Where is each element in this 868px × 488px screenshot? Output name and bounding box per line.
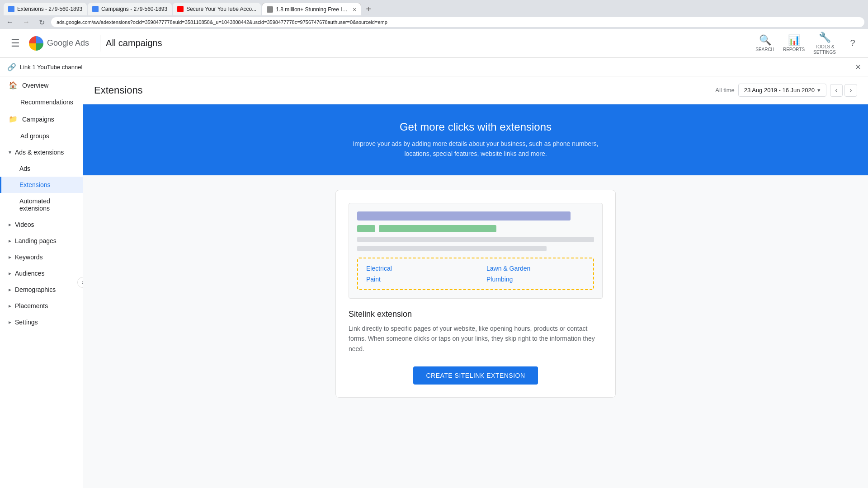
sidebar-label-extensions: Extensions [19,181,50,188]
sidebar-label-campaigns: Campaigns [22,116,54,123]
new-tab-button[interactable]: + [362,3,375,15]
sidebar-item-ads[interactable]: Ads [0,160,83,177]
content-header: Extensions All time 23 Aug 2019 - 16 Jun… [83,76,868,104]
chevron-right-icon-videos: ▸ [9,221,11,228]
help-button[interactable]: ? [844,35,861,52]
nav-arrows: ‹ › [830,84,857,97]
reload-button[interactable]: ↻ [36,17,47,28]
sidebar-item-recommendations[interactable]: Recommendations [0,94,83,110]
chevron-right-icon-audiences: ▸ [9,270,11,277]
sidebar-group-audiences[interactable]: ▸ Audiences [0,265,83,282]
app-name: Google Ads [47,38,89,48]
chevron-right-icon-placements: ▸ [9,303,11,309]
tools-settings-btn[interactable]: 🔧 TOOLS & SETTINGS [808,30,841,57]
date-range-value: 23 Aug 2019 - 16 Jun 2020 [744,87,815,94]
tab-close-4[interactable]: × [353,6,356,13]
sidebar-group-keywords[interactable]: ▸ Keywords [0,249,83,265]
tab-3[interactable]: Secure Your YouTube Acco... [173,3,261,15]
sidebar-item-automated-extensions[interactable]: Automated extensions [0,193,83,216]
all-time-label: All time [715,87,735,94]
chevron-right-icon-demographics: ▸ [9,286,11,293]
forward-button[interactable]: → [20,17,33,27]
reports-btn[interactable]: 📊 REPORTS [779,30,808,57]
ad-preview: Electrical Lawn & Garden Paint Plumbing [349,203,603,299]
tab-bar: Extensions - 279-560-1893 Campaigns - 27… [0,0,868,15]
ad-bar-url-small [357,225,375,232]
sidebar-label-ads-extensions: Ads & extensions [15,149,64,156]
sidebar-item-extensions[interactable]: Extensions [0,177,83,193]
ad-bar-desc2 [357,246,547,251]
sidebar-item-campaigns[interactable]: 📁 Campaigns [0,110,83,128]
tab-favicon-4 [267,6,273,13]
sitelink-1[interactable]: Electrical [366,265,465,272]
sidebar-group-demographics[interactable]: ▸ Demographics [0,282,83,298]
header-icons: 🔍 SEARCH 📊 REPORTS 🔧 TOOLS & SETTINGS ? [750,30,861,57]
content-area: Extensions All time 23 Aug 2019 - 16 Jun… [83,76,868,488]
sitelink-4[interactable]: Plumbing [486,276,585,283]
ad-bar-url-row [357,225,594,232]
prev-period-button[interactable]: ‹ [830,84,843,97]
date-range-control: All time 23 Aug 2019 - 16 Jun 2020 ▾ ‹ › [715,84,857,97]
main-layout: 🏠 Overview Recommendations 📁 Campaigns A… [0,76,868,488]
next-period-button[interactable]: › [844,84,857,97]
sidebar: 🏠 Overview Recommendations 📁 Campaigns A… [0,76,83,488]
search-label: SEARCH [755,47,774,52]
sidebar-label-settings: Settings [15,319,38,326]
promo-banner: Get more clicks with extensions Improve … [83,104,868,175]
page-title: Extensions [94,84,143,96]
chevron-right-icon-landing: ▸ [9,238,11,244]
sidebar-label-overview: Overview [22,82,48,89]
tab-label-3: Secure Your YouTube Acco... [186,6,256,12]
sidebar-group-videos[interactable]: ▸ Videos [0,216,83,233]
sidebar-label-landing-pages: Landing pages [15,237,57,244]
sidebar-item-overview[interactable]: 🏠 Overview [0,76,83,94]
tools-label: TOOLS & SETTINGS [808,44,841,55]
sidebar-group-landing-pages[interactable]: ▸ Landing pages [0,233,83,249]
notification-close[interactable]: × [855,62,861,71]
extension-description: Link directly to specific pages of your … [349,324,603,354]
ad-bar-url-main [379,225,496,232]
overview-icon: 🏠 [9,81,18,89]
sidebar-label-audiences: Audiences [15,270,44,277]
ad-bar-desc1 [357,237,594,242]
date-range-button[interactable]: 23 Aug 2019 - 16 Jun 2020 ▾ [738,84,826,97]
sidebar-item-ad-groups[interactable]: Ad groups [0,128,83,144]
tab-4[interactable]: 1.8 million+ Stunning Free Im... × [262,3,361,15]
sidebar-label-videos: Videos [15,221,34,228]
sidebar-label-placements: Placements [15,302,48,310]
sidebar-label-demographics: Demographics [15,286,56,293]
reports-icon: 📊 [788,34,800,46]
sidebar-label-keywords: Keywords [15,253,42,261]
create-sitelink-button[interactable]: CREATE SITELINK EXTENSION [413,366,538,385]
extension-title: Sitelink extension [349,310,603,319]
sidebar-label-ads: Ads [19,165,30,172]
sidebar-label-automated-extensions: Automated extensions [19,197,75,212]
sidebar-group-ads-extensions[interactable]: ▾ Ads & extensions [0,144,83,160]
tab-favicon-2 [92,6,99,12]
reports-label: REPORTS [783,47,805,52]
link-icon: 🔗 [7,63,16,71]
sitelink-2[interactable]: Lawn & Garden [486,265,585,272]
chevron-right-icon-keywords: ▸ [9,254,11,260]
tab-label-1: Extensions - 279-560-1893 [17,6,82,12]
search-icon: 🔍 [759,34,771,46]
tab-label-4: 1.8 million+ Stunning Free Im... [276,6,348,13]
promo-heading: Get more clicks with extensions [94,121,857,133]
url-input[interactable] [51,17,864,27]
promo-description: Improve your ads by adding more details … [340,139,611,159]
tab-favicon-1 [8,6,14,12]
ad-bar-headline [357,211,571,221]
back-button[interactable]: ← [4,17,16,27]
campaign-label: All campaigns [106,38,162,48]
sidebar-group-settings[interactable]: ▸ Settings [0,314,83,330]
sidebar-group-placements[interactable]: ▸ Placements [0,298,83,314]
hamburger-menu[interactable]: ☰ [7,35,24,52]
search-btn[interactable]: 🔍 SEARCH [750,30,779,57]
tab-label-2: Campaigns - 279-560-1893 [101,6,167,12]
tab-2[interactable]: Campaigns - 279-560-1893 [88,3,172,15]
chevron-down-icon: ▾ [9,149,11,155]
header-divider [100,35,100,52]
tab-1[interactable]: Extensions - 279-560-1893 [4,3,87,15]
tools-icon: 🔧 [819,32,831,43]
sitelink-3[interactable]: Paint [366,276,465,283]
